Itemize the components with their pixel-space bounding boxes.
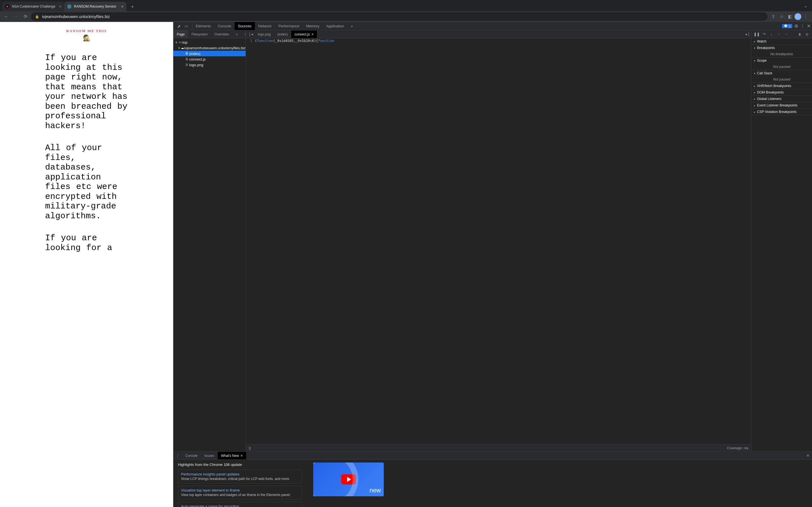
tree-label: logo.png: [189, 63, 203, 67]
tree-row-file[interactable]: 🗎 logo.png: [173, 62, 246, 68]
scope-section[interactable]: ▾Scope: [751, 57, 812, 64]
editor-tab[interactable]: logo.png: [254, 31, 274, 38]
url-input[interactable]: 🔒 ivjeamomhubeuwen.unlockmyfiles.biz: [31, 12, 767, 21]
tab-title: RANSOM.Recovery Service: [74, 4, 119, 8]
format-icon[interactable]: {}: [249, 446, 251, 450]
tree-row-file[interactable]: 🗎 (index): [173, 51, 246, 56]
drawer-tab-console[interactable]: Console: [182, 452, 201, 459]
tab-elements[interactable]: Elements: [192, 22, 214, 30]
chevron-right-icon: ▸: [753, 40, 756, 43]
global-listeners-section[interactable]: ▸Global Listeners: [751, 96, 812, 102]
drawer-tab-whatsnew[interactable]: What's New ×: [218, 452, 246, 459]
tab-title: NSA Codebreaker Challenge: [12, 4, 57, 8]
drawer-tab-issues[interactable]: Issues: [201, 452, 218, 459]
editor-tabs: │◂ logo.png (index) connect.js × ▸│: [246, 31, 751, 38]
close-icon[interactable]: ×: [312, 32, 314, 36]
side-panel-button[interactable]: ◧: [786, 13, 794, 20]
breakpoints-empty: No breakpoints: [751, 51, 812, 57]
coverage-status: Coverage: n/a: [727, 446, 748, 450]
devtools-drawer: ⋮ Console Issues What's New × ✕ Highligh…: [173, 452, 812, 507]
tab-application[interactable]: Application: [323, 22, 348, 30]
drawer-tabs: ⋮ Console Issues What's New × ✕: [173, 452, 812, 460]
drawer-body: Highlights from the Chrome 106 update Pe…: [173, 460, 812, 507]
tree-row-file[interactable]: 🗎 connect.js: [173, 56, 246, 62]
tab-network[interactable]: Network: [255, 22, 275, 30]
nav-left-icon[interactable]: │◂: [248, 32, 254, 36]
tree-row-domain[interactable]: ▾ ☁ ivjeamomhubeuwen.unlockmyfiles.biz: [173, 45, 246, 51]
close-icon[interactable]: ×: [241, 453, 243, 458]
reload-button[interactable]: ⟳: [21, 13, 29, 20]
device-toggle-icon[interactable]: ▭: [184, 23, 189, 29]
close-drawer-button[interactable]: ✕: [804, 452, 812, 459]
close-icon[interactable]: ×: [59, 4, 61, 8]
whats-new-card[interactable]: Performance insights panel updates Show …: [178, 469, 302, 483]
lock-icon: 🔒: [35, 15, 39, 18]
tree-label: ivjeamomhubeuwen.unlockmyfiles.biz: [185, 46, 246, 50]
close-icon[interactable]: ×: [121, 4, 123, 8]
callstack-empty: Not paused: [751, 76, 812, 82]
whats-new-card[interactable]: Auto-generate a name for recording: [178, 502, 302, 507]
menu-button[interactable]: ⋮: [802, 13, 810, 20]
editor-tab[interactable]: (index): [274, 31, 291, 38]
video-label: new: [370, 487, 381, 494]
forward-button: →: [12, 13, 20, 20]
new-tab-button[interactable]: ＋: [129, 3, 137, 10]
whats-new-card[interactable]: Visualize top layer element in iframe Vi…: [178, 486, 302, 499]
code-area[interactable]: 1 (function(_0x1d4585,_0x5b20c6){functio…: [246, 38, 751, 444]
editor-tab-label: (index): [277, 33, 288, 36]
back-button[interactable]: ←: [2, 13, 10, 20]
sources-body: ▾ ▭ top ▾ ☁ ivjeamomhubeuwen.unlockmyfil…: [173, 38, 812, 452]
tree-label: (index): [189, 52, 200, 56]
tabs-dropdown-icon[interactable]: ⌄: [804, 3, 808, 8]
window-icon: ▭: [178, 40, 183, 44]
sources-toolbar: Page Filesystem Overrides » ⋮ │◂ logo.pn…: [173, 31, 812, 38]
page-viewport[interactable]: RANSOM ME THIS 🕵️ If you are looking at …: [0, 22, 173, 507]
kebab-icon[interactable]: ⋮: [173, 452, 182, 459]
inspect-icon[interactable]: ⬈: [176, 23, 182, 29]
browser-tab[interactable]: NSA Codebreaker Challenge ×: [2, 2, 64, 11]
more-icon[interactable]: »: [232, 31, 241, 38]
pause-icon[interactable]: ❚❚: [754, 32, 760, 37]
share-button[interactable]: ⇪: [769, 13, 777, 20]
card-desc: View top layer containers and badges of …: [181, 493, 299, 497]
event-listener-breakpoints-section[interactable]: ▸Event Listener Breakpoints: [751, 102, 812, 108]
subtab-overrides[interactable]: Overrides: [211, 31, 232, 38]
debugger-panel: ▸Watch ▾Breakpoints No breakpoints ▾Scop…: [751, 38, 812, 452]
tab-sources[interactable]: Sources: [235, 22, 255, 30]
file-tree[interactable]: ▾ ▭ top ▾ ☁ ivjeamomhubeuwen.unlockmyfil…: [173, 38, 246, 452]
bookmark-button[interactable]: ☆: [777, 13, 785, 20]
pause-on-exceptions-icon[interactable]: ⊘: [804, 32, 810, 37]
close-devtools-icon[interactable]: ✕: [805, 22, 812, 30]
kebab-icon[interactable]: ⋮: [800, 22, 805, 30]
step-icon[interactable]: →: [783, 32, 789, 37]
browser-tab[interactable]: 🌐 RANSOM.Recovery Service ×: [64, 2, 126, 11]
step-out-icon[interactable]: ↑: [776, 32, 781, 37]
tree-row-top[interactable]: ▾ ▭ top: [173, 40, 246, 45]
dom-breakpoints-section[interactable]: ▸DOM Breakpoints: [751, 89, 812, 96]
more-tabs-icon[interactable]: »: [347, 22, 356, 30]
workspace: RANSOM ME THIS 🕵️ If you are looking at …: [0, 22, 812, 507]
xhr-breakpoints-section[interactable]: ▸XHR/fetch Breakpoints: [751, 83, 812, 89]
subtab-filesystem[interactable]: Filesystem: [188, 31, 211, 38]
line-number: 1: [246, 38, 254, 444]
breakpoints-section[interactable]: ▾Breakpoints: [751, 45, 812, 51]
callstack-section[interactable]: ▾Call Stack: [751, 70, 812, 76]
editor-tab[interactable]: connect.js ×: [291, 31, 317, 38]
tab-memory[interactable]: Memory: [303, 22, 323, 30]
profile-avatar[interactable]: [795, 13, 801, 20]
tab-console[interactable]: Console: [214, 22, 235, 30]
code-line: (function(_0x1d4585,_0x5b20c6){function: [254, 38, 751, 444]
issues-badge[interactable]: 💬 1: [782, 24, 792, 28]
step-into-icon[interactable]: ↓: [769, 32, 774, 37]
csp-breakpoints-section[interactable]: ▸CSP Violation Breakpoints: [751, 109, 812, 115]
step-over-icon[interactable]: ↷: [761, 32, 767, 37]
tree-label: connect.js: [189, 57, 206, 61]
whats-new-video[interactable]: new: [313, 462, 384, 496]
chevron-right-icon: ▸: [753, 104, 756, 107]
tab-performance[interactable]: Performance: [275, 22, 303, 30]
subtab-page[interactable]: Page: [173, 31, 188, 38]
deactivate-breakpoints-icon[interactable]: ⧗: [797, 32, 802, 37]
settings-icon[interactable]: ⚙: [793, 22, 800, 30]
watch-section[interactable]: ▸Watch: [751, 38, 812, 45]
nav-right-icon[interactable]: ▸│: [745, 32, 751, 36]
